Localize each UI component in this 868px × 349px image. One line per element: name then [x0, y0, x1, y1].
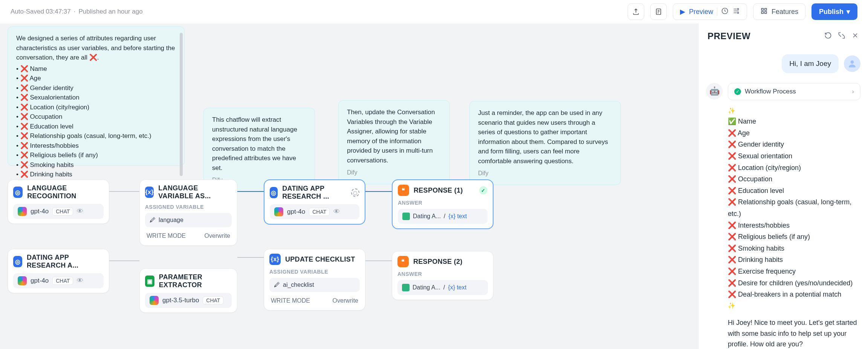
model-name: gpt-4o — [31, 277, 49, 285]
bot-avatar: 🤖 — [706, 83, 723, 99]
node-language-recognition[interactable]: ◎ LANGUAGE RECOGNITION gpt-4o CHAT 👁 — [8, 179, 109, 224]
edge — [109, 260, 139, 261]
sticky-scrollbar[interactable] — [180, 33, 183, 176]
sticky-note-attributes[interactable]: We designed a series of attributes regar… — [8, 26, 185, 166]
user-avatar — [844, 55, 860, 72]
openai-icon — [18, 276, 27, 285]
features-button[interactable]: Features — [753, 3, 805, 20]
sticky3-text: Then, update the Conversation Variables … — [347, 107, 441, 165]
node-update-checklist[interactable]: {x} UPDATE CHECKLIST ASSIGNED VARIABLE 🖉… — [264, 249, 365, 311]
write-mode-value: Overwrite — [205, 233, 230, 239]
node-title: DATING APP RESEARCH ... — [282, 185, 347, 201]
model-selector[interactable]: gpt-3.5-turbo CHAT — [145, 293, 232, 308]
checklist-item: ❌ Gender identity — [728, 139, 860, 150]
node-dating-research-2[interactable]: ◎ DATING APP RESEARCH A... gpt-4o CHAT 👁 — [8, 249, 109, 293]
checklist: ✨ ✅ Name❌ Age❌ Gender identity❌ Sexual o… — [728, 106, 860, 311]
sticky-note-reminder[interactable]: Just a reminder, the app can be used in … — [469, 101, 621, 185]
preview-button-group[interactable]: ▶ Preview — [673, 3, 747, 20]
node-parameter-extractor[interactable]: ▣ PARAMETER EXTRACTOR gpt-3.5-turbo CHAT — [139, 268, 237, 313]
import-icon-button[interactable] — [650, 3, 667, 20]
section-label: ANSWER — [397, 271, 488, 277]
var-icon: 🖉 — [150, 217, 156, 223]
node-title: LANGUAGE RECOGNITION — [27, 184, 104, 200]
node-language-variable-assigner[interactable]: {x} LANGUAGE VARIABLE AS... ASSIGNED VAR… — [139, 179, 237, 246]
history-icon[interactable] — [721, 7, 729, 17]
sticky1-item: ❌ Age — [16, 73, 176, 83]
publish-label: Publish — [819, 8, 844, 16]
answer-icon: ❝ — [398, 185, 409, 196]
variable-icon: {x} — [269, 254, 281, 265]
variable-icon: {x} — [145, 187, 154, 198]
features-label: Features — [772, 8, 798, 16]
sticky4-author: Dify — [478, 169, 612, 178]
eye-icon: 👁 — [333, 208, 340, 216]
checklist-item: ❌ Exercise frequency — [728, 266, 860, 277]
checklist-item: ❌ Smoking habits — [728, 243, 860, 254]
edge — [365, 191, 392, 192]
workflow-canvas[interactable]: We designed a series of attributes regar… — [0, 23, 698, 349]
sticky1-item: ❌ Occupation — [16, 112, 176, 122]
checklist-item: ❌ Sexual orientation — [728, 150, 860, 162]
edge — [109, 191, 139, 192]
sticky1-item: ❌ Smoking habits — [16, 160, 176, 170]
edge — [365, 260, 392, 261]
node-response-2[interactable]: ❝ RESPONSE (2) ANSWER Dating A... / {x} … — [392, 251, 494, 300]
source-icon — [402, 213, 410, 220]
sticky4-text: Just a reminder, the app can be used in … — [478, 108, 612, 166]
source-name: Dating A... — [413, 284, 440, 291]
svg-rect-5 — [765, 8, 767, 10]
svg-point-3 — [737, 12, 738, 13]
assigned-variable[interactable]: 🖉 language — [145, 213, 232, 227]
llm-icon: ◎ — [270, 187, 278, 198]
assigned-variable[interactable]: 🖉 ai_checklist — [269, 278, 360, 292]
answer-source[interactable]: Dating A... / {x} text — [398, 209, 487, 224]
user-message: Hi, I am Joey — [706, 54, 860, 73]
close-icon[interactable] — [851, 32, 859, 41]
sticky1-item: ❌ Sexualorientation — [16, 93, 176, 103]
published-text: Published an hour ago — [78, 8, 142, 15]
node-title: DATING APP RESEARCH A... — [27, 254, 104, 269]
sticky2-text: This chatflow will extract unstructured … — [212, 115, 306, 173]
autosave-info: Auto-Saved 03:47:37 · Published an hour … — [11, 8, 143, 15]
node-title: RESPONSE (2) — [413, 258, 463, 266]
eye-icon: 👁 — [77, 277, 83, 285]
export-icon-button[interactable] — [628, 3, 644, 20]
answer-icon: ❝ — [397, 256, 409, 267]
sparkle-icon: ✨ — [728, 300, 860, 311]
write-mode-label: WRITE MODE — [147, 233, 186, 239]
eye-icon: 👁 — [77, 208, 83, 215]
checklist-item: ❌ Drinking habits — [728, 254, 860, 266]
status-running-icon: ◌ — [351, 188, 359, 197]
topbar: Auto-Saved 03:47:37 · Published an hour … — [0, 0, 868, 23]
model-selector[interactable]: gpt-4o CHAT 👁 — [270, 204, 359, 219]
sticky-note-update[interactable]: Then, update the Conversation Variables … — [338, 100, 450, 184]
document-icon — [655, 8, 662, 15]
llm-icon: ◎ — [13, 187, 23, 198]
model-name: gpt-3.5-turbo — [162, 297, 199, 304]
model-tag: CHAT — [203, 296, 223, 305]
settings-icon[interactable] — [732, 7, 740, 17]
sticky1-item: ❌ Drinking habits — [16, 170, 176, 179]
sticky1-item: ❌ Name — [16, 64, 176, 74]
preview-label: Preview — [689, 8, 713, 16]
checklist-item: ❌ Desire for children (yes/no/undecided) — [728, 277, 860, 289]
expand-icon[interactable] — [838, 32, 845, 41]
model-selector[interactable]: gpt-4o CHAT 👁 — [13, 273, 104, 288]
checklist-item: ❌ Age — [728, 127, 860, 139]
sticky1-item: ❌ Interests/hobbies — [16, 141, 176, 151]
model-selector[interactable]: gpt-4o CHAT 👁 — [13, 204, 104, 219]
workflow-process-card[interactable]: ✓ Workflow Process › — [728, 83, 860, 100]
chat-area: Hi, I am Joey 🤖 ✓ Workflow Process › ✨ ✅… — [698, 49, 868, 349]
llm-icon: ◎ — [13, 256, 22, 267]
answer-source[interactable]: Dating A... / {x} text — [397, 280, 488, 295]
var-name: language — [159, 217, 183, 223]
refresh-icon[interactable] — [824, 32, 832, 41]
publish-button[interactable]: Publish ▾ — [811, 3, 857, 20]
bot-message: Hi Joey! Nice to meet you. Let's get sta… — [728, 317, 860, 349]
openai-icon — [274, 207, 283, 216]
node-dating-research-1[interactable]: ◎ DATING APP RESEARCH ... ◌ gpt-4o CHAT … — [264, 179, 365, 225]
section-label: ANSWER — [398, 200, 487, 206]
checklist-item: ❌ Religious beliefs (if any) — [728, 231, 860, 243]
model-tag: CHAT — [52, 207, 73, 216]
node-response-1[interactable]: ❝ RESPONSE (1) ✓ ANSWER Dating A... / {x… — [392, 179, 494, 229]
